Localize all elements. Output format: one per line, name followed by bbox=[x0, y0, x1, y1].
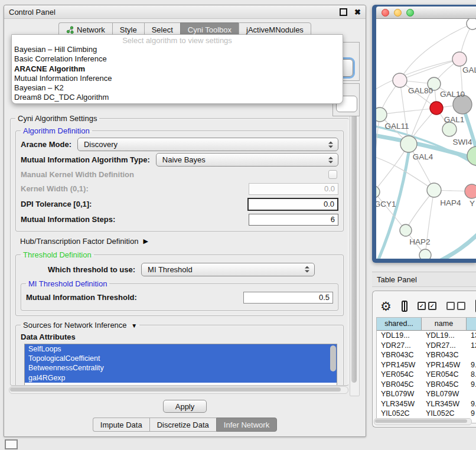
mi-algorithm-type-select[interactable]: Naive Bayes bbox=[156, 153, 338, 167]
table-row[interactable]: YIL052CYIL052C9 bbox=[377, 409, 476, 419]
network-edge-thick[interactable] bbox=[376, 125, 476, 171]
network-canvas[interactable]: GALGAL80GAL10GAL1GAL11SWI4GAL4GCY1HAP4YH… bbox=[376, 19, 476, 259]
table-header-row: shared...nameA bbox=[377, 318, 476, 331]
tab-label: jActiveMNodules bbox=[246, 25, 304, 34]
algorithm-option-4[interactable]: Bayesian – K2 bbox=[12, 83, 343, 93]
table-cell: 9 bbox=[467, 409, 476, 419]
algorithm-option-2[interactable]: ARACNE Algorithm bbox=[12, 64, 343, 74]
table-cell bbox=[467, 389, 476, 399]
algorithm-option-0[interactable]: Bayesian – Hill Climbing bbox=[12, 45, 343, 54]
settings-vertical-scrollbar[interactable] bbox=[350, 112, 360, 396]
table-cell: 8. bbox=[467, 370, 476, 380]
mac-zoom-icon[interactable] bbox=[406, 9, 414, 17]
kernel-width-input[interactable] bbox=[249, 183, 338, 195]
node-top-partial[interactable] bbox=[467, 19, 476, 30]
select-all-icon[interactable]: ✓✓ bbox=[418, 302, 436, 310]
group-title: MI Threshold Definition bbox=[26, 279, 109, 288]
data-attributes-label: Data Attributes bbox=[21, 332, 338, 341]
list-scrollbar-thumb[interactable] bbox=[330, 345, 336, 371]
hub-transcription-factor-section[interactable]: Hub/Transcription Factor Definition ▶ bbox=[20, 237, 344, 246]
attribute-item[interactable]: BetweennessCentrality bbox=[25, 363, 337, 373]
network-edge[interactable] bbox=[400, 59, 459, 80]
node-SWI4[interactable] bbox=[442, 122, 457, 136]
float-panel-icon[interactable] bbox=[340, 8, 347, 16]
mi-steps-input[interactable] bbox=[249, 214, 338, 226]
mac-minimize-icon[interactable] bbox=[394, 9, 402, 17]
settings-horizontal-scrollbar[interactable] bbox=[9, 386, 348, 394]
table-horizontal-scrollbar[interactable] bbox=[374, 418, 472, 425]
node-bottom-partial[interactable] bbox=[419, 249, 431, 259]
column-header-2[interactable]: A bbox=[467, 318, 476, 331]
aracne-mode-select[interactable]: Discovery bbox=[77, 138, 338, 151]
group-title: Algorithm Definition bbox=[21, 126, 92, 135]
gear-icon[interactable]: ⚙ bbox=[380, 300, 392, 312]
algorithm-definition-group: Algorithm Definition Aracne Mode: Discov… bbox=[15, 126, 344, 231]
aracne-mode-label: Aracne Mode: bbox=[21, 140, 71, 149]
table-panel-title: Table Panel bbox=[377, 275, 417, 284]
vscroll-thumb[interactable] bbox=[351, 113, 357, 383]
data-attributes-list[interactable]: SelfLoopsTopologicalCoefficientBetweenne… bbox=[24, 344, 337, 386]
table-cell: YDR27... bbox=[377, 341, 422, 351]
table-cell: YPR145W bbox=[377, 360, 422, 370]
node-HAP2[interactable] bbox=[400, 224, 412, 236]
node-GCY1[interactable] bbox=[376, 186, 380, 198]
algorithm-option-3[interactable]: Mutual Information Inference bbox=[12, 74, 343, 83]
dpi-tolerance-input[interactable] bbox=[247, 198, 338, 211]
hscroll-thumb[interactable] bbox=[10, 387, 341, 392]
node-GAL80[interactable] bbox=[393, 73, 407, 87]
algorithm-option-5[interactable]: Dream8 DC_TDC Algorithm bbox=[12, 93, 343, 102]
network-edge-thick[interactable] bbox=[427, 224, 476, 259]
minimized-panel-icon[interactable] bbox=[5, 439, 18, 449]
table-row[interactable]: YLR345WYLR345W9. bbox=[377, 399, 476, 409]
manual-kernel-width-checkbox[interactable] bbox=[328, 170, 337, 179]
tab-discretize-data[interactable]: Discretize Data bbox=[149, 418, 216, 432]
table-row[interactable]: YBR043CYBR043C bbox=[377, 350, 476, 360]
node-HAP4[interactable] bbox=[427, 183, 441, 197]
mi-algorithm-type-label: Mutual Information Algorithm Type: bbox=[21, 155, 150, 164]
deselect-all-icon[interactable] bbox=[446, 302, 465, 310]
table-row[interactable]: YDL19...YDL19...13 bbox=[377, 331, 476, 341]
table-row[interactable]: YBL079WYBL079W bbox=[377, 389, 476, 399]
which-threshold-select[interactable]: MI Threshold bbox=[141, 263, 315, 276]
collapse-down-triangle-icon[interactable]: ▼ bbox=[131, 322, 137, 329]
dropdown-hint: Select algorithm to view settings bbox=[12, 36, 343, 45]
algorithm-option-1[interactable]: Basic Correlation Inference bbox=[12, 54, 343, 64]
table-row[interactable]: YER054CYER054C8. bbox=[377, 370, 476, 380]
table-hscroll-thumb[interactable] bbox=[375, 419, 467, 423]
mi-threshold-input[interactable] bbox=[243, 292, 333, 304]
column-layout-icon[interactable] bbox=[402, 301, 407, 312]
table-row[interactable]: YPR145WYPR145W9. bbox=[377, 360, 476, 370]
node-GAL1[interactable] bbox=[430, 102, 443, 115]
tab-label: Discretize Data bbox=[157, 420, 209, 429]
attribute-item[interactable]: gal4RGexp bbox=[25, 373, 337, 383]
close-icon[interactable]: ✖ bbox=[354, 8, 361, 16]
table-row[interactable]: YDR27...YDR27...12 bbox=[377, 341, 476, 351]
mi-steps-label: Mutual Information Steps: bbox=[21, 215, 115, 224]
table-row[interactable]: YBR045CYBR045C9. bbox=[377, 380, 476, 390]
node-label: HAP4 bbox=[440, 198, 461, 207]
node-GAL11[interactable] bbox=[376, 107, 387, 122]
node-label: GAL bbox=[462, 66, 476, 74]
which-threshold-label: Which threshold to use: bbox=[48, 265, 135, 274]
manual-kernel-width-label: Manual Kernel Width Definition bbox=[21, 170, 134, 179]
node-green-right[interactable] bbox=[467, 146, 476, 165]
node-label: GAL1 bbox=[444, 115, 465, 124]
column-header-0[interactable]: shared... bbox=[377, 318, 422, 331]
attribute-item[interactable]: TopologicalCoefficient bbox=[25, 354, 337, 363]
table-cell: 9. bbox=[467, 360, 476, 370]
attribute-item[interactable]: SelfLoops bbox=[25, 344, 337, 354]
apply-button[interactable]: Apply bbox=[163, 400, 207, 413]
column-header-1[interactable]: name bbox=[422, 318, 467, 331]
node-GAL4[interactable] bbox=[400, 136, 417, 152]
network-edge[interactable] bbox=[380, 108, 436, 115]
table-cell: YDL19... bbox=[422, 331, 467, 341]
table-cell: YDR27... bbox=[422, 341, 467, 351]
table-cell: YIL052C bbox=[422, 409, 467, 419]
node-gal-partial[interactable] bbox=[452, 52, 467, 66]
node-salmon[interactable] bbox=[465, 184, 476, 198]
tab-impute-data[interactable]: Impute Data bbox=[93, 418, 149, 432]
table-cell bbox=[467, 350, 476, 360]
mi-threshold-definition-group: MI Threshold Definition Mutual Informati… bbox=[21, 279, 338, 311]
tab-infer-network[interactable]: Infer Network bbox=[216, 418, 277, 432]
mac-close-icon[interactable] bbox=[382, 9, 389, 17]
